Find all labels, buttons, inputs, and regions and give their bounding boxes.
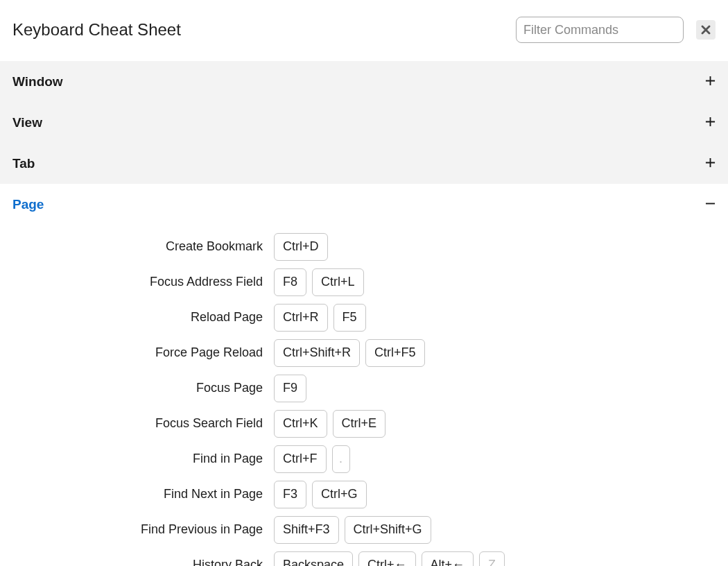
shortcut-row: Force Page ReloadCtrl+Shift+RCtrl+F5 <box>0 335 728 370</box>
shortcut-row: Find in PageCtrl+F. <box>0 441 728 477</box>
keyboard-shortcut: Shift+F3 <box>274 516 339 544</box>
shortcut-label: Focus Page <box>0 381 274 395</box>
keyboard-shortcut: Ctrl+L <box>312 268 364 296</box>
keyboard-shortcut: Ctrl+Shift+G <box>345 516 431 544</box>
filter-commands-input[interactable] <box>516 17 684 43</box>
keyboard-shortcut: Ctrl+Shift+R <box>274 339 360 367</box>
section-header-window[interactable]: Window <box>0 61 728 102</box>
section-title: Page <box>12 197 44 212</box>
keyboard-shortcut: Ctrl+K <box>274 410 327 438</box>
expand-icon <box>705 76 716 88</box>
shortcut-row: Focus PageF9 <box>0 370 728 406</box>
shortcut-label: Find Next in Page <box>0 487 274 501</box>
shortcut-keys: Ctrl+Shift+RCtrl+F5 <box>274 339 425 367</box>
shortcut-keys: F8Ctrl+L <box>274 268 364 296</box>
section-title: View <box>12 115 42 130</box>
shortcut-label: Focus Search Field <box>0 416 274 431</box>
shortcut-label: History Back <box>0 558 274 566</box>
shortcut-label: Find Previous in Page <box>0 522 274 537</box>
page-title: Keyboard Cheat Sheet <box>12 20 181 40</box>
shortcut-label: Reload Page <box>0 310 274 325</box>
keyboard-shortcut: Ctrl+G <box>312 481 367 508</box>
shortcut-row: Find Next in PageF3Ctrl+G <box>0 477 728 512</box>
shortcut-row: Focus Address FieldF8Ctrl+L <box>0 264 728 300</box>
shortcut-row: Reload PageCtrl+RF5 <box>0 300 728 335</box>
keyboard-shortcut: Ctrl+R <box>274 304 328 332</box>
close-icon <box>700 24 711 35</box>
keyboard-shortcut: Ctrl+D <box>274 233 328 261</box>
keyboard-shortcut: Ctrl+← <box>358 551 416 567</box>
shortcut-keys: Ctrl+RF5 <box>274 304 366 332</box>
keyboard-shortcut: F3 <box>274 481 306 508</box>
shortcut-keys: F3Ctrl+G <box>274 481 367 508</box>
shortcut-label: Create Bookmark <box>0 239 274 254</box>
section-title: Window <box>12 74 63 89</box>
shortcut-keys: Ctrl+D <box>274 233 328 261</box>
shortcut-keys: Shift+F3Ctrl+Shift+G <box>274 516 431 544</box>
keyboard-shortcut: F8 <box>274 268 306 296</box>
keyboard-shortcut: F9 <box>274 375 306 402</box>
expand-icon <box>705 117 716 129</box>
shortcut-keys: Ctrl+KCtrl+E <box>274 410 385 438</box>
shortcut-row: History BackBackspaceCtrl+←Alt+←Z <box>0 547 728 566</box>
header-right <box>516 17 716 43</box>
shortcut-keys: BackspaceCtrl+←Alt+←Z <box>274 551 505 567</box>
keyboard-shortcut: Alt+← <box>422 551 474 567</box>
keyboard-shortcut: Ctrl+F5 <box>365 339 425 367</box>
shortcut-row: Create BookmarkCtrl+D <box>0 229 728 264</box>
shortcut-label: Find in Page <box>0 452 274 466</box>
keyboard-shortcut: Ctrl+E <box>333 410 386 438</box>
section-header-view[interactable]: View <box>0 102 728 143</box>
keyboard-shortcut: . <box>332 445 350 473</box>
expand-icon <box>705 157 716 170</box>
shortcut-label: Focus Address Field <box>0 275 274 289</box>
close-button[interactable] <box>696 20 716 40</box>
section-header-tab[interactable]: Tab <box>0 143 728 184</box>
section-title: Tab <box>12 156 35 171</box>
keyboard-shortcut: F5 <box>333 304 366 332</box>
shortcut-row: Focus Search FieldCtrl+KCtrl+E <box>0 406 728 441</box>
keyboard-shortcut: Backspace <box>274 551 353 567</box>
header: Keyboard Cheat Sheet <box>0 0 728 61</box>
collapse-icon <box>705 198 716 211</box>
sections-scroll[interactable]: WindowViewTabPageCreate BookmarkCtrl+DFo… <box>0 61 728 566</box>
keyboard-shortcut: Z <box>479 551 505 567</box>
shortcut-keys: F9 <box>274 375 306 402</box>
shortcut-keys: Ctrl+F. <box>274 445 350 473</box>
shortcut-label: Force Page Reload <box>0 345 274 360</box>
section-body-page: Create BookmarkCtrl+DFocus Address Field… <box>0 225 728 566</box>
keyboard-shortcut: Ctrl+F <box>274 445 327 473</box>
section-header-page[interactable]: Page <box>0 184 728 225</box>
shortcut-row: Find Previous in PageShift+F3Ctrl+Shift+… <box>0 512 728 547</box>
